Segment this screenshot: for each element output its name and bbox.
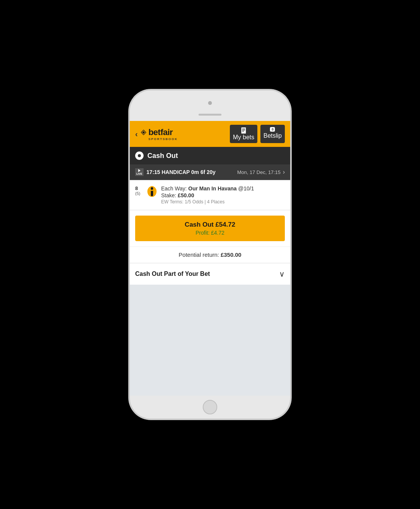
bet-number-sub: (5) bbox=[135, 191, 143, 196]
bet-card: 8 (5) Each Way: Our Man In Havana @10/1 bbox=[130, 180, 290, 210]
home-button[interactable] bbox=[203, 400, 217, 414]
bet-info-row: 8 (5) Each Way: Our Man In Havana @10/1 bbox=[135, 185, 285, 205]
partial-cashout-label: Cash Out Part of Your Bet bbox=[135, 271, 210, 277]
profit-label: Profit: bbox=[195, 230, 210, 236]
navbar-left: ‹ betfair SPORTSBOOK bbox=[135, 127, 178, 141]
partial-cashout-section[interactable]: Cash Out Part of Your Bet ∨ bbox=[130, 263, 290, 285]
my-bets-icon bbox=[240, 127, 247, 134]
phone-bottom bbox=[130, 396, 290, 419]
cashout-header-bar: Cash Out bbox=[130, 147, 290, 164]
my-bets-label: My bets bbox=[233, 134, 254, 141]
bet-name-line: Each Way: Our Man In Havana @10/1 bbox=[161, 185, 285, 192]
betfair-name: betfair bbox=[149, 127, 173, 137]
bet-number-container: 8 (5) bbox=[135, 185, 143, 196]
horse-jersey-icon bbox=[146, 185, 158, 198]
bet-stake: Stake: £50.00 bbox=[161, 192, 285, 198]
stake-amount: £50.00 bbox=[178, 192, 194, 198]
navbar: ‹ betfair SPORTSBOOK bbox=[130, 121, 290, 147]
my-bets-button[interactable]: My bets bbox=[230, 125, 257, 143]
back-button[interactable]: ‹ bbox=[135, 130, 138, 139]
live-badge: LIVE bbox=[135, 168, 144, 176]
svg-rect-8 bbox=[151, 187, 153, 196]
bet-type: Each Way: bbox=[161, 185, 187, 192]
potential-return: Potential return: £350.00 bbox=[130, 246, 290, 263]
betfair-logo: betfair SPORTSBOOK bbox=[140, 127, 178, 141]
navbar-right: My bets 0 Betslip bbox=[230, 125, 285, 143]
bet-number: 8 bbox=[135, 185, 143, 191]
betslip-badge: 0 bbox=[270, 127, 275, 132]
empty-area bbox=[130, 285, 290, 396]
cashout-title: Cash Out bbox=[147, 152, 178, 160]
svg-rect-3 bbox=[241, 127, 246, 134]
cashout-button-section: Cash Out £54.72 Profit: £4.72 bbox=[130, 210, 290, 246]
phone-speaker bbox=[199, 114, 221, 116]
betfair-diamond-icon bbox=[140, 129, 147, 136]
svg-rect-5 bbox=[242, 130, 245, 130]
horse-name: Our Man In Havana bbox=[188, 185, 237, 192]
race-time: Mon, 17 Dec, 17:15 bbox=[237, 169, 280, 175]
cashout-icon bbox=[135, 151, 144, 160]
race-title: 17:15 HANDICAP 0m 6f 20y bbox=[147, 169, 216, 175]
phone-screen: ‹ betfair SPORTSBOOK bbox=[130, 121, 290, 396]
phone-camera bbox=[208, 101, 212, 105]
bet-odds: @10/1 bbox=[238, 185, 254, 192]
betslip-button[interactable]: 0 Betslip bbox=[260, 125, 285, 143]
bet-details: Each Way: Our Man In Havana @10/1 Stake:… bbox=[161, 185, 285, 205]
phone-frame: ‹ betfair SPORTSBOOK bbox=[130, 90, 290, 419]
race-bar[interactable]: LIVE 17:15 HANDICAP 0m 6f 20y Mon, 17 De… bbox=[130, 164, 290, 180]
race-bar-left: LIVE 17:15 HANDICAP 0m 6f 20y bbox=[135, 168, 216, 176]
svg-rect-6 bbox=[242, 131, 244, 132]
ew-terms: EW Terms: 1/5 Odds | 4 Places bbox=[161, 199, 285, 205]
betslip-label: Betslip bbox=[263, 132, 282, 139]
betfair-sub: SPORTSBOOK bbox=[149, 137, 178, 141]
cashout-icon-inner bbox=[138, 154, 141, 157]
race-arrow-icon: › bbox=[283, 169, 285, 176]
potential-return-amount: £350.00 bbox=[221, 251, 241, 258]
partial-cashout-chevron-icon: ∨ bbox=[279, 269, 285, 279]
live-play-icon bbox=[138, 169, 141, 172]
race-bar-right: Mon, 17 Dec, 17:15 › bbox=[237, 169, 285, 176]
cashout-btn-profit: Profit: £4.72 bbox=[195, 230, 225, 236]
cashout-btn-main-label: Cash Out £54.72 bbox=[185, 221, 235, 229]
potential-return-label: Potential return: bbox=[179, 251, 219, 258]
profit-amount: £4.72 bbox=[211, 230, 225, 236]
svg-rect-4 bbox=[242, 129, 245, 129]
live-text: LIVE bbox=[136, 172, 142, 175]
phone-top bbox=[130, 90, 290, 121]
stake-label: Stake: bbox=[161, 192, 176, 198]
potential-return-text: Potential return: £350.00 bbox=[179, 251, 241, 258]
cashout-button[interactable]: Cash Out £54.72 Profit: £4.72 bbox=[135, 216, 285, 241]
